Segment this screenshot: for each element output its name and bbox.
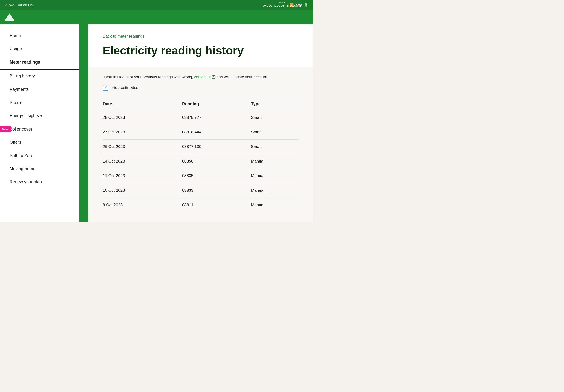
table-header-row: Date Reading Type xyxy=(103,98,299,110)
readings-table: Date Reading Type 28 Oct 202308879.777Sm… xyxy=(103,98,299,212)
url-bar[interactable]: account.ovoenergy.com xyxy=(263,3,301,7)
col-type: Type xyxy=(251,98,299,110)
sidebar-item-billing-history[interactable]: Billing history xyxy=(0,70,79,83)
green-accent-bar xyxy=(79,24,88,222)
table-row: 28 Oct 202308879.777Smart xyxy=(103,110,299,125)
table-row: 11 Oct 202308835Manual xyxy=(103,168,299,183)
info-paragraph: If you think one of your previous readin… xyxy=(103,74,299,80)
sidebar-item-offers[interactable]: Offers xyxy=(0,136,79,149)
cell-reading: 08811 xyxy=(182,198,251,212)
back-link[interactable]: Back to meter readings xyxy=(103,34,145,39)
status-bar: 21:42 Sat 28 Oct account.ovoenergy.com 📶… xyxy=(0,0,313,10)
sidebar-item-usage[interactable]: Usage xyxy=(0,42,79,56)
sidebar: Home Usage Meter readings Billing histor… xyxy=(0,24,79,222)
table-row: 14 Oct 202308856Manual xyxy=(103,154,299,168)
plan-chevron-icon: ▾ xyxy=(20,101,21,105)
contact-us-link[interactable]: contact us xyxy=(194,75,211,79)
cell-date: 28 Oct 2023 xyxy=(103,110,182,125)
sidebar-item-moving-home[interactable]: Moving home xyxy=(0,162,79,175)
table-row: 10 Oct 202308833Manual xyxy=(103,183,299,198)
table-section: Date Reading Type 28 Oct 202308879.777Sm… xyxy=(88,98,313,222)
sidebar-item-meter-readings[interactable]: Meter readings xyxy=(0,56,79,70)
col-reading: Reading xyxy=(182,98,251,110)
cell-type: Manual xyxy=(251,183,299,198)
date: Sat 28 Oct xyxy=(17,3,34,7)
cell-reading: 08856 xyxy=(182,154,251,168)
new-badge: New xyxy=(0,126,11,132)
cell-reading: 08878.444 xyxy=(182,125,251,139)
energy-insights-chevron-icon: ▾ xyxy=(40,114,42,118)
sidebar-item-payments[interactable]: Payments xyxy=(0,83,79,96)
hide-estimates-checkbox[interactable]: ✓ xyxy=(103,85,109,91)
content-wrapper: Back to meter readings Electricity readi… xyxy=(79,24,313,222)
table-row: 26 Oct 202308877.109Smart xyxy=(103,139,299,154)
cell-date: 14 Oct 2023 xyxy=(103,154,182,168)
cell-type: Manual xyxy=(251,154,299,168)
sidebar-item-path-to-zero[interactable]: Path to Zero xyxy=(0,149,79,162)
sidebar-item-plan[interactable]: Plan ▾ xyxy=(0,96,79,109)
info-section: If you think one of your previous readin… xyxy=(88,67,313,98)
col-date: Date xyxy=(103,98,182,110)
cell-reading: 08877.109 xyxy=(182,139,251,154)
cell-type: Smart xyxy=(251,110,299,125)
table-row: 8 Oct 202308811Manual xyxy=(103,198,299,212)
cell-date: 11 Oct 2023 xyxy=(103,168,182,183)
sidebar-item-home[interactable]: Home xyxy=(0,29,79,42)
cell-date: 26 Oct 2023 xyxy=(103,139,182,154)
checkmark-icon: ✓ xyxy=(104,85,107,90)
table-row: 27 Oct 202308878.444Smart xyxy=(103,125,299,139)
hide-estimates-checkbox-row[interactable]: ✓ Hide estimates xyxy=(103,85,299,91)
cell-date: 10 Oct 2023 xyxy=(103,183,182,198)
main-layout: Home Usage Meter readings Billing histor… xyxy=(0,24,313,222)
cell-type: Manual xyxy=(251,168,299,183)
sidebar-item-renew-plan[interactable]: Renew your plan xyxy=(0,175,79,189)
ovo-logo xyxy=(5,13,14,21)
cell-type: Manual xyxy=(251,198,299,212)
sidebar-item-energy-insights[interactable]: Energy insights ▾ xyxy=(0,109,79,122)
cell-reading: 08879.777 xyxy=(182,110,251,125)
cell-type: Smart xyxy=(251,139,299,154)
page-title: Electricity reading history xyxy=(103,44,299,57)
battery-icon: 🔋 xyxy=(304,3,308,7)
hide-estimates-label: Hide estimates xyxy=(111,85,138,90)
cell-type: Smart xyxy=(251,125,299,139)
content-area: Back to meter readings Electricity readi… xyxy=(88,24,313,222)
header-bar xyxy=(0,10,313,24)
sidebar-item-boiler-cover[interactable]: New Boiler cover xyxy=(0,123,79,136)
content-header: Back to meter readings Electricity readi… xyxy=(88,24,313,67)
external-link-icon xyxy=(212,75,215,79)
cell-reading: 08835 xyxy=(182,168,251,183)
cell-date: 8 Oct 2023 xyxy=(103,198,182,212)
cell-reading: 08833 xyxy=(182,183,251,198)
cell-date: 27 Oct 2023 xyxy=(103,125,182,139)
time: 21:42 xyxy=(5,3,14,7)
